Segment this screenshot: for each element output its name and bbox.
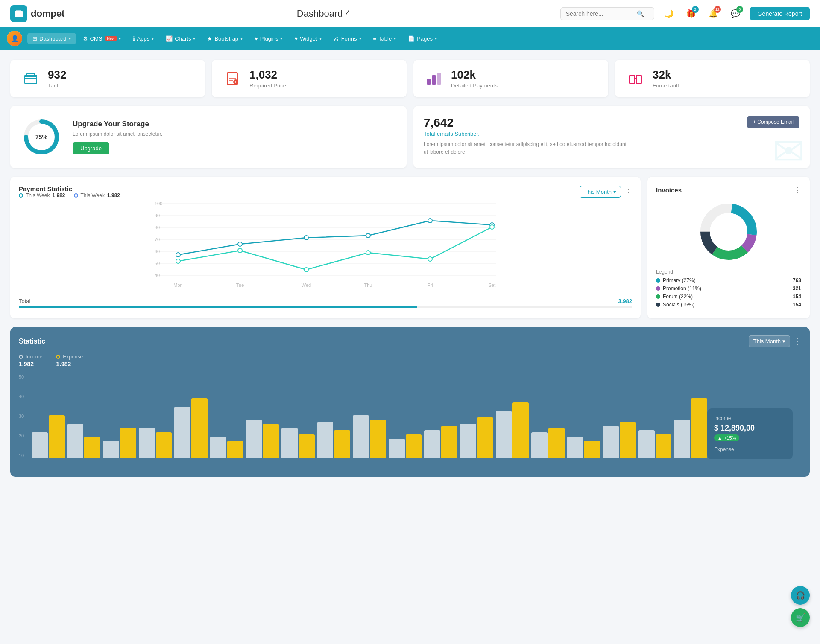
- sidebar-item-apps[interactable]: ℹ Apps ▾: [128, 33, 159, 44]
- forum-label: Forum (22%): [663, 294, 693, 300]
- statistic-more-button[interactable]: ⋮: [794, 337, 801, 346]
- bar-white: [638, 430, 655, 458]
- expense-section-label: Expense: [714, 446, 786, 452]
- upgrade-button[interactable]: Upgrade: [73, 142, 109, 154]
- svg-rect-15: [630, 75, 635, 84]
- plugins-chevron-icon: ▾: [280, 36, 282, 41]
- payment-statistic-legends: This Week 1.982 This Week 1.982: [19, 192, 120, 198]
- svg-point-35: [238, 242, 242, 246]
- email-description: Lorem ipsum dolor sit amet, consectetur …: [424, 140, 629, 156]
- search-input[interactable]: [566, 10, 634, 17]
- svg-rect-13: [432, 75, 436, 85]
- table-nav-label: Table: [378, 35, 392, 42]
- charts-chevron-icon: ▾: [193, 36, 195, 41]
- income-panel-change: ▲ +15%: [714, 434, 739, 441]
- search-area[interactable]: 🔍: [560, 7, 654, 20]
- sidebar-item-charts[interactable]: 📈 Charts ▾: [161, 33, 200, 44]
- sidebar-item-forms[interactable]: 🖨 Forms ▾: [328, 33, 366, 44]
- required-price-value: 1,032: [249, 68, 286, 82]
- svg-text:Tue: Tue: [236, 283, 244, 288]
- notification-button[interactable]: 🔔 12: [706, 6, 721, 21]
- payment-statistic-left: Payment Statistic This Week 1.982 This W…: [19, 185, 120, 198]
- forum-dot: [656, 294, 660, 299]
- bar-white: [317, 422, 334, 458]
- sidebar-item-dashboard[interactable]: ⊞ Dashboard ▾: [27, 33, 76, 44]
- topbar-icons: 🌙 🎁 2 🔔 12 💬 5 Generate Report: [661, 6, 810, 21]
- bar-groups: [32, 374, 801, 468]
- bar-group-4: [139, 428, 172, 458]
- primary-dot: [656, 278, 660, 283]
- legend-dot-blue: [74, 193, 78, 198]
- bar-yellow: [120, 428, 136, 458]
- compose-email-button[interactable]: + Compose Email: [747, 116, 800, 128]
- bar-yellow: [441, 426, 457, 458]
- force-tariff-info: 32k Force tariff: [653, 68, 679, 89]
- svg-text:60: 60: [155, 249, 160, 254]
- table-nav-icon: ≡: [373, 35, 377, 42]
- y-axis-labels: 50 40 30 20 10: [19, 374, 24, 458]
- invoice-legend-title: Legend: [656, 269, 801, 275]
- payment-more-button[interactable]: ⋮: [624, 187, 632, 197]
- svg-point-37: [366, 233, 370, 238]
- bar-white: [496, 411, 512, 458]
- bootstrap-chevron-icon: ▾: [240, 36, 243, 41]
- bar-group-9: [317, 422, 351, 458]
- invoice-legend-primary: Primary (27%) 763: [656, 277, 801, 283]
- storage-card: 75% Upgrade Your Storage Lorem ipsum dol…: [10, 106, 407, 168]
- month-chevron-icon: ▾: [613, 189, 616, 195]
- bar-yellow: [406, 434, 422, 458]
- storage-info: Upgrade Your Storage Lorem ipsum dolor s…: [73, 120, 162, 154]
- generate-report-button[interactable]: Generate Report: [750, 7, 810, 20]
- svg-point-38: [428, 219, 432, 223]
- tariff-info: 932 Tariff: [48, 68, 66, 89]
- storage-percent-label: 75%: [35, 134, 47, 140]
- bar-group-2: [67, 424, 101, 458]
- apps-chevron-icon: ▾: [152, 36, 154, 41]
- sidebar-item-pages[interactable]: 📄 Pages ▾: [403, 33, 442, 44]
- svg-rect-12: [427, 79, 430, 85]
- svg-point-44: [428, 257, 432, 261]
- bar-white: [246, 420, 262, 458]
- bar-white: [603, 426, 619, 458]
- chat-button[interactable]: 💬 5: [728, 6, 743, 21]
- bar-group-5: [174, 398, 208, 458]
- statistic-month-select[interactable]: This Month ▾: [749, 335, 790, 347]
- bar-group-13: [460, 417, 493, 458]
- svg-point-42: [304, 268, 308, 272]
- svg-point-43: [366, 251, 370, 255]
- gift-icon-button[interactable]: 🎁 2: [683, 6, 699, 21]
- sidebar-item-table[interactable]: ≡ Table ▾: [368, 33, 401, 44]
- statistic-legend-row: Income 1.982 Expense 1.982: [19, 354, 801, 367]
- invoice-card: Invoices ⋮: [647, 177, 810, 318]
- bar-white: [389, 439, 405, 458]
- sidebar-item-bootstrap[interactable]: ★ Bootstrap ▾: [202, 33, 248, 44]
- sidebar-item-cms[interactable]: ⚙ CMS New ▾: [78, 33, 126, 44]
- bar-white: [567, 437, 583, 458]
- sidebar-item-plugins[interactable]: ♥ Plugins ▾: [249, 33, 287, 44]
- cms-nav-icon: ⚙: [83, 35, 88, 42]
- bar-group-6: [210, 437, 243, 458]
- expense-legend-label: Expense: [63, 354, 83, 360]
- payment-statistic-header: Payment Statistic This Week 1.982 This W…: [19, 185, 632, 198]
- bar-group-18: [638, 430, 672, 458]
- promotion-label: Promotion (11%): [663, 286, 701, 291]
- apps-nav-icon: ℹ: [133, 35, 135, 42]
- avatar: 👤: [7, 31, 22, 46]
- bar-group-14: [496, 402, 529, 458]
- theme-toggle-button[interactable]: 🌙: [661, 6, 676, 21]
- bar-group-16: [567, 437, 600, 458]
- dashboard-nav-icon: ⊞: [32, 35, 37, 42]
- invoice-more-button[interactable]: ⋮: [794, 185, 801, 195]
- statistic-header: Statistic This Month ▾ ⋮: [19, 335, 801, 347]
- total-value: 3.982: [618, 298, 632, 304]
- svg-point-45: [490, 225, 494, 229]
- svg-point-41: [238, 248, 242, 253]
- invoice-legend-promotion: Promotion (11%) 321: [656, 286, 801, 291]
- svg-text:Mon: Mon: [173, 283, 182, 288]
- table-chevron-icon: ▾: [394, 36, 396, 41]
- tariff-icon: [20, 68, 41, 89]
- this-month-select[interactable]: This Month ▾: [580, 186, 621, 198]
- legend-this-week-2: This Week 1.982: [74, 192, 120, 198]
- email-card-top: 7,642 Total emails Subcriber. Lorem ipsu…: [424, 116, 800, 156]
- sidebar-item-widget[interactable]: ♥ Widget ▾: [289, 33, 326, 44]
